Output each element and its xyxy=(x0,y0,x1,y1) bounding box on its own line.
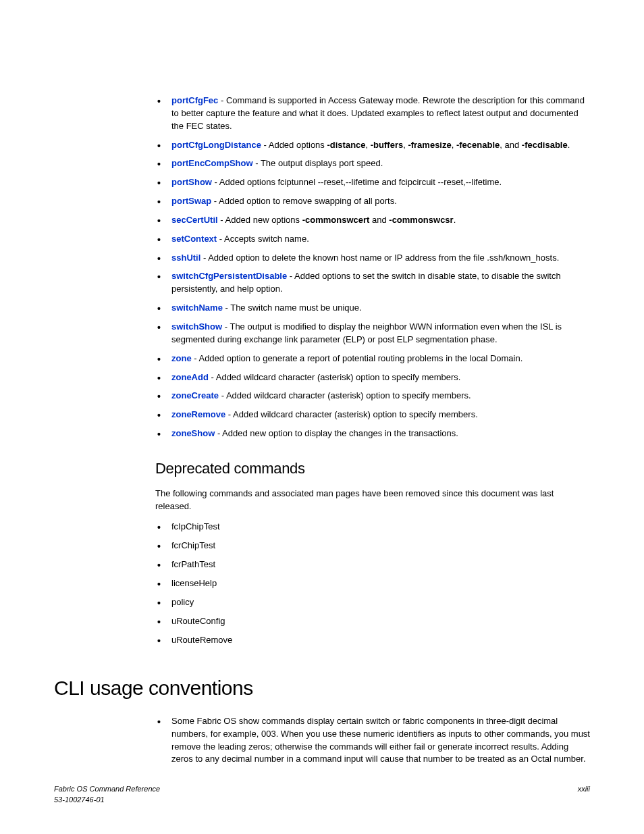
command-link[interactable]: portCfgFec xyxy=(171,95,218,105)
command-item: switchShow - The output is modified to d… xyxy=(155,321,590,346)
option-name: -fecenable xyxy=(456,140,500,150)
footer-doc-title: Fabric OS Command Reference xyxy=(54,785,160,793)
option-name: -commonswcert xyxy=(302,215,370,225)
command-item: zoneAdd - Added wildcard character (aste… xyxy=(155,371,590,384)
modified-commands-list: portCfgFec - Command is supported in Acc… xyxy=(155,95,590,440)
option-name: -buffers xyxy=(371,140,403,150)
command-item: zoneShow - Added new option to display t… xyxy=(155,427,590,440)
command-link[interactable]: zoneAdd xyxy=(171,372,209,382)
deprecated-intro: The following commands and associated ma… xyxy=(155,488,590,513)
command-link[interactable]: switchName xyxy=(171,303,223,313)
modified-commands-section: portCfgFec - Command is supported in Acc… xyxy=(155,95,590,646)
deprecated-item: fcIpChipTest xyxy=(155,521,590,533)
command-link[interactable]: switchShow xyxy=(171,321,222,332)
option-name: -distance xyxy=(327,140,365,150)
command-item: sshUtil - Added option to delete the kno… xyxy=(155,252,590,265)
command-link[interactable]: portShow xyxy=(171,177,212,187)
command-link[interactable]: zoneCreate xyxy=(171,390,219,400)
command-item: switchName - The switch name must be uni… xyxy=(155,302,590,315)
command-item: portSwap - Added option to remove swappi… xyxy=(155,195,590,208)
footer-left: Fabric OS Command Reference 53-1002746-0… xyxy=(54,784,160,806)
deprecated-item: fcrChipTest xyxy=(155,540,590,552)
footer-doc-number: 53-1002746-01 xyxy=(54,796,105,804)
command-link[interactable]: portCfgLongDistance xyxy=(171,140,261,150)
command-item: portShow - Added options fciptunnel --re… xyxy=(155,176,590,189)
cli-usage-item: Some Fabric OS show commands display cer… xyxy=(155,715,590,766)
deprecated-item: uRouteRemove xyxy=(155,634,590,647)
command-link[interactable]: zoneRemove xyxy=(171,409,225,419)
option-name: -framesize xyxy=(408,140,451,150)
deprecated-heading: Deprecated commands xyxy=(155,458,590,479)
deprecated-item: uRouteConfig xyxy=(155,615,590,628)
command-link[interactable]: zone xyxy=(171,353,192,363)
cli-usage-section: Some Fabric OS show commands display cer… xyxy=(155,715,590,766)
command-link[interactable]: sshUtil xyxy=(171,253,200,263)
command-item: zoneCreate - Added wildcard character (a… xyxy=(155,390,590,402)
command-link[interactable]: portSwap xyxy=(171,196,211,206)
command-link[interactable]: portEncCompShow xyxy=(171,158,253,168)
command-item: secCertUtil - Added new options -commons… xyxy=(155,214,590,227)
option-name: -fecdisable xyxy=(522,140,568,150)
command-item: portEncCompShow - The output displays po… xyxy=(155,157,590,170)
deprecated-item: policy xyxy=(155,596,590,609)
deprecated-item: fcrPathTest xyxy=(155,558,590,571)
command-item: portCfgLongDistance - Added options -dis… xyxy=(155,139,590,152)
command-link[interactable]: secCertUtil xyxy=(171,215,218,225)
option-name: -commonswcsr xyxy=(389,215,453,225)
command-item: zone - Added option to generate a report… xyxy=(155,353,590,365)
command-link[interactable]: zoneShow xyxy=(171,428,215,438)
deprecated-list: fcIpChipTestfcrChipTestfcrPathTestlicens… xyxy=(155,521,590,646)
command-item: portCfgFec - Command is supported in Acc… xyxy=(155,95,590,133)
command-link[interactable]: switchCfgPersistentDisable xyxy=(171,271,287,281)
page-content: portCfgFec - Command is supported in Acc… xyxy=(0,0,644,766)
footer-page-number: xxiii xyxy=(578,784,590,806)
command-item: setContext - Accepts switch name. xyxy=(155,233,590,246)
cli-usage-heading: CLI usage conventions xyxy=(54,673,590,703)
command-link[interactable]: setContext xyxy=(171,234,217,244)
deprecated-item: licenseHelp xyxy=(155,577,590,590)
cli-usage-list: Some Fabric OS show commands display cer… xyxy=(155,715,590,766)
command-item: switchCfgPersistentDisable - Added optio… xyxy=(155,270,590,296)
page-footer: Fabric OS Command Reference 53-1002746-0… xyxy=(54,784,590,806)
command-item: zoneRemove - Added wildcard character (a… xyxy=(155,409,590,421)
